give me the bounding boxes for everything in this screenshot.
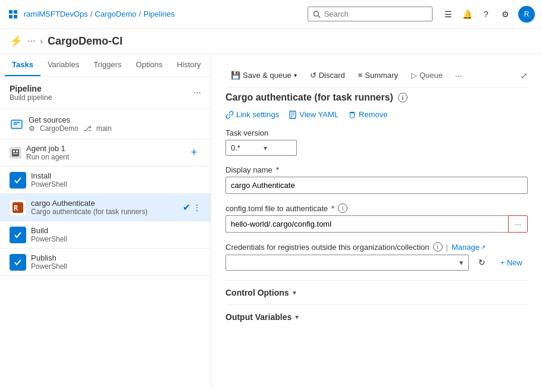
config-file-label: config.toml file to authenticate * i: [225, 203, 528, 213]
task-cargo-authenticate[interactable]: R cargo Authenticate Cargo authenticate …: [0, 194, 211, 221]
add-new-label: + New: [500, 258, 522, 267]
credentials-row: ▾ ↻ + New: [225, 254, 528, 271]
get-sources-icon: [10, 117, 24, 131]
discard-button[interactable]: ↺ Discard: [305, 67, 350, 83]
agent-job-subtitle: Run on agent: [26, 153, 69, 161]
pipeline-section: Pipeline Build pipeline ···: [0, 77, 211, 109]
page-menu-dots[interactable]: ···: [27, 36, 35, 46]
svg-rect-20: [350, 112, 354, 112]
task-cargo-check-icon: ✔: [183, 202, 190, 213]
get-sources-title: Get sources: [29, 115, 201, 124]
credentials-label: Credentials for registries outside this …: [225, 242, 528, 252]
config-file-field: config.toml file to authenticate * i ···: [225, 203, 528, 233]
tab-triggers[interactable]: Triggers: [86, 54, 129, 76]
page-breadcrumb-chevron: ›: [40, 36, 43, 46]
search-icon: [313, 10, 321, 18]
task-publish-icon: [10, 254, 26, 271]
display-name-label: Display name *: [225, 165, 528, 174]
queue-icon: ▷: [411, 71, 417, 80]
credentials-dropdown[interactable]: ▾: [225, 255, 469, 271]
view-yaml-btn[interactable]: View YAML: [289, 110, 339, 119]
agent-job[interactable]: Agent job 1 Run on agent +: [0, 139, 211, 167]
task-build-title: Build: [31, 226, 201, 235]
svg-rect-0: [9, 10, 12, 14]
right-section-title: Cargo authenticate (for task runners) i: [225, 92, 528, 103]
right-toolbar: 💾 Save & queue ▾ ↺ Discard ≡ Summary ▷ Q…: [225, 64, 528, 87]
credentials-info-icon[interactable]: i: [433, 242, 443, 252]
top-nav: ramiMSFTDevOps / CargoDemo / Pipelines ☰…: [0, 0, 542, 29]
home-icon[interactable]: [7, 8, 19, 20]
list-icon[interactable]: ☰: [442, 8, 454, 20]
queue-label: Queue: [419, 71, 443, 80]
toolbar-expand-btn[interactable]: ⤢: [521, 71, 528, 80]
task-cargo-subtitle: Cargo authenticate (for task runners): [31, 208, 178, 216]
breadcrumb: ramiMSFTDevOps / CargoDemo / Pipelines: [24, 10, 175, 18]
summary-button[interactable]: ≡ Summary: [353, 67, 403, 83]
save-queue-button[interactable]: 💾 Save & queue ▾: [225, 67, 302, 83]
display-name-input[interactable]: [225, 177, 528, 194]
bell-icon[interactable]: 🔔: [461, 8, 473, 20]
main-container: Tasks Variables Triggers Options History…: [0, 54, 542, 387]
task-install[interactable]: Install PowerShell: [0, 167, 211, 194]
settings-icon[interactable]: ⚙: [499, 8, 511, 20]
avatar[interactable]: R: [518, 6, 535, 23]
task-install-subtitle: PowerShell: [31, 180, 201, 189]
remove-btn[interactable]: Remove: [348, 110, 387, 119]
task-build[interactable]: Build PowerShell: [0, 221, 211, 249]
help-icon[interactable]: ?: [480, 8, 492, 20]
config-file-browse-btn[interactable]: ···: [508, 215, 528, 233]
add-task-button[interactable]: +: [187, 146, 201, 160]
pipeline-more-btn[interactable]: ···: [193, 87, 201, 98]
toolbar-more-btn[interactable]: ···: [450, 68, 467, 83]
task-build-info: Build PowerShell: [31, 226, 201, 243]
task-build-icon: [10, 227, 26, 243]
output-variables-section[interactable]: Output Variables ▾: [225, 305, 528, 329]
credentials-field: Credentials for registries outside this …: [225, 242, 528, 271]
delete-icon: [348, 111, 356, 119]
manage-link[interactable]: Manage ↗: [452, 243, 485, 252]
agent-job-info: Agent job 1 Run on agent: [26, 144, 69, 161]
tab-options[interactable]: Options: [129, 54, 170, 76]
config-file-info-icon[interactable]: i: [338, 203, 347, 213]
section-info-icon[interactable]: i: [398, 93, 408, 102]
breadcrumb-org[interactable]: ramiMSFTDevOps: [24, 10, 88, 18]
link-settings-btn[interactable]: Link settings: [225, 110, 279, 119]
get-sources-branch: main: [96, 124, 112, 133]
control-options-chevron: ▾: [293, 288, 296, 297]
config-file-input[interactable]: [225, 215, 508, 233]
breadcrumb-pipelines[interactable]: Pipelines: [143, 10, 175, 18]
get-sources-repo: CargoDemo: [40, 124, 79, 133]
credentials-add-new-btn[interactable]: + New: [495, 255, 528, 270]
task-cargo-more-btn[interactable]: ⋮: [193, 203, 201, 212]
svg-rect-3: [14, 15, 17, 18]
svg-line-5: [318, 15, 320, 17]
control-options-section[interactable]: Control Options ▾: [225, 280, 528, 305]
config-file-row: ···: [225, 215, 528, 233]
queue-button[interactable]: ▷ Queue: [406, 67, 448, 83]
section-title-text: Cargo authenticate (for task runners): [225, 92, 393, 103]
search-input[interactable]: [324, 10, 427, 18]
display-name-required: *: [276, 165, 279, 174]
tab-history[interactable]: History: [170, 54, 208, 76]
task-version-label: Task version: [225, 128, 528, 137]
yaml-icon: [289, 111, 297, 119]
save-queue-label: Save & queue: [243, 71, 292, 80]
svg-rect-1: [14, 10, 17, 14]
svg-rect-2: [9, 15, 12, 18]
task-install-icon: [10, 172, 26, 189]
tab-tasks[interactable]: Tasks: [5, 54, 40, 76]
task-version-dropdown[interactable]: 0.* ▾: [225, 140, 297, 156]
output-variables-chevron: ▾: [295, 313, 299, 321]
config-file-required: *: [331, 204, 334, 213]
task-build-subtitle: PowerShell: [31, 235, 201, 243]
get-sources[interactable]: Get sources ⚙ CargoDemo ⎇ main: [0, 109, 211, 139]
output-variables-title: Output Variables: [225, 312, 292, 322]
breadcrumb-project[interactable]: CargoDemo: [95, 10, 136, 18]
task-publish[interactable]: Publish PowerShell: [0, 249, 211, 276]
tab-variables[interactable]: Variables: [40, 54, 86, 76]
credentials-refresh-btn[interactable]: ↻: [474, 254, 490, 271]
search-box[interactable]: [308, 7, 433, 21]
task-cargo-icon: R: [10, 199, 26, 216]
task-cargo-title: cargo Authenticate: [31, 199, 178, 208]
discard-label: Discard: [319, 71, 345, 80]
